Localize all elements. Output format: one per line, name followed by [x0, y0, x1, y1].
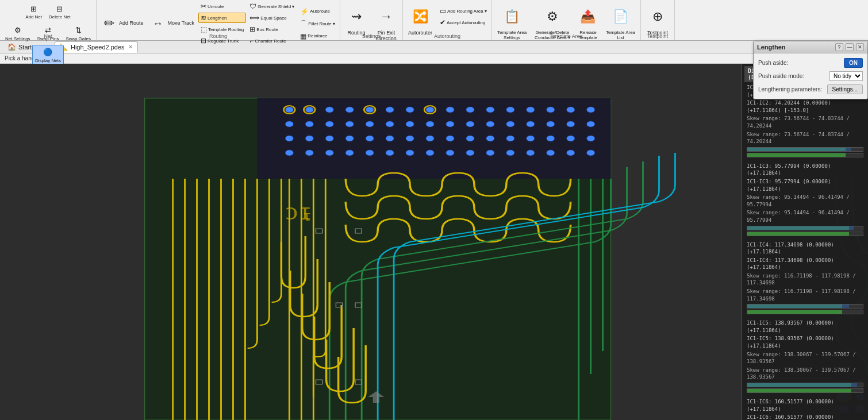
svg-point-41 [406, 136, 414, 141]
push-aside-mode-label: Push aside mode: [758, 73, 826, 79]
svg-point-34 [587, 121, 595, 127]
svg-point-26 [426, 121, 434, 127]
bus-route-label: Bus Route [256, 27, 278, 32]
svg-point-39 [366, 136, 374, 141]
fillet-route-button[interactable]: ⌒ Fillet Route ▾ [298, 18, 337, 30]
template-area-list-icon: 📄 [613, 5, 628, 28]
progress-bar-2a [747, 226, 863, 230]
svg-point-22 [345, 121, 354, 127]
svg-point-60 [466, 150, 474, 156]
routing-big-button[interactable]: ⇝ Routing [343, 3, 370, 38]
svg-point-36 [305, 136, 313, 141]
svg-point-21 [325, 121, 333, 127]
svg-point-5 [325, 107, 333, 113]
svg-point-19 [285, 121, 293, 127]
svg-point-18 [587, 107, 595, 113]
progress-bar-3a [747, 304, 863, 309]
autoroute-button[interactable]: ⚡ Autoroute [298, 6, 337, 17]
add-routing-area-button[interactable]: ▭ Add Routing Area ▾ [437, 6, 489, 16]
pcb-canvas[interactable]: -70 -60 [0, 64, 868, 420]
info-row-3-line1: IC1-IC4: 117.34698 (0.00000) (+17.11864) [744, 241, 866, 256]
equal-space-label: Equal Space [260, 16, 286, 21]
testpoint-group-label: Testpoint [641, 33, 674, 39]
svg-point-14 [506, 107, 514, 113]
testpoint-button[interactable]: ⊕ Testpoint [643, 3, 672, 38]
routing-group-label: Routing [97, 33, 340, 39]
info-row-1-line2: IC1-IC2: 74.20244 (0.00000) (+17.11864) … [744, 99, 866, 114]
svg-point-56 [386, 150, 394, 156]
accept-autorouting-button[interactable]: ✔ Accept Autorouting [437, 17, 489, 28]
delete-net-button[interactable]: ⊟ Delete Net [46, 1, 74, 22]
testpoint-icon: ⊕ [650, 5, 665, 28]
unroute-button[interactable]: ✂ Unroute [198, 1, 246, 11]
svg-point-15 [527, 107, 535, 113]
add-routing-area-icon: ▭ [440, 7, 446, 15]
svg-point-42 [426, 136, 434, 141]
svg-point-53 [325, 150, 333, 156]
lengthen-panel: Lengthen ? — ✕ Push aside: ON Push aside… [753, 41, 868, 99]
svg-point-58 [426, 150, 434, 156]
info-row-4-skew2: Skew range: 138.30067 - 139.57067 / 138.… [744, 366, 866, 382]
push-aside-row: Push aside: ON [758, 58, 863, 68]
svg-point-63 [527, 150, 535, 156]
generate-shield-button[interactable]: 🛡 Generate Shield ▾ [247, 1, 297, 11]
lengthen-help-button[interactable]: ? [835, 43, 843, 51]
svg-point-3 [285, 107, 293, 113]
info-row-3-skew2: Skew range: 116.71198 - 117.98198 / 117.… [744, 287, 866, 303]
svg-point-10 [426, 107, 434, 113]
svg-point-61 [486, 150, 494, 156]
svg-point-25 [406, 121, 414, 127]
svg-point-29 [486, 121, 494, 127]
net-group-label: Net [0, 33, 96, 39]
add-routing-area-label: Add Routing Area ▾ [447, 9, 487, 14]
svg-point-33 [567, 121, 575, 127]
add-net-icon: ⊞ [28, 3, 40, 14]
lengthening-parameters-label: Lengthening parameters: [758, 86, 824, 93]
push-aside-toggle[interactable]: ON [844, 58, 863, 68]
svg-point-9 [406, 107, 414, 113]
move-track-label: Move Track [167, 21, 194, 26]
info-row-5-line1: IC1-IC6: 160.51577 (0.00000) (+17.11864) [744, 398, 866, 413]
svg-point-65 [567, 150, 575, 156]
lengthening-settings-button[interactable]: Settings... [827, 84, 863, 94]
fillet-route-label: Fillet Route ▾ [308, 21, 335, 26]
svg-point-20 [305, 121, 313, 127]
display-nets-button[interactable]: 🔵 Display Nets [32, 45, 64, 65]
fillet-route-icon: ⌒ [300, 19, 307, 29]
bus-route-icon: ⊞ [249, 25, 255, 33]
info-row-4-line1: IC1-IC5: 138.93567 (0.00000) (+17.11864) [744, 319, 866, 334]
svg-point-31 [527, 121, 535, 127]
svg-point-11 [446, 107, 454, 113]
lengthen-button[interactable]: ≋ Lengthen [198, 13, 246, 23]
info-row-4-skew1: Skew range: 138.30067 - 139.57067 / 138.… [744, 350, 866, 366]
info-row-2-line1: IC1-IC3: 95.77994 (0.00000) (+17.11864) [744, 162, 866, 178]
statusbar: Pick a handle. [0, 53, 868, 64]
svg-point-44 [466, 136, 474, 141]
svg-point-55 [366, 150, 374, 156]
svg-point-13 [486, 107, 494, 113]
autorouting-group: 🔀 Autorouter ▭ Add Routing Area ▾ ✔ Acce… [403, 0, 492, 40]
autorouter-button[interactable]: 🔀 Autorouter [405, 3, 435, 38]
info-row-5-line2: IC1-IC6: 160.51577 (0.00000) (+17.11864) [744, 413, 866, 420]
push-aside-mode-select[interactable]: No tidy Tidy [829, 71, 863, 81]
svg-point-32 [547, 121, 555, 127]
template-area-group: 📋 Template AreaSettings ⚙ Generate/Delet… [492, 0, 641, 40]
svg-point-30 [506, 121, 514, 127]
svg-point-43 [446, 136, 454, 141]
push-aside-mode-row: Push aside mode: No tidy Tidy [758, 71, 863, 81]
svg-point-57 [406, 150, 414, 156]
equal-space-button[interactable]: ⟺ Equal Space [247, 13, 297, 23]
svg-point-17 [567, 107, 575, 113]
template-routing-label: Template Routing [208, 27, 244, 32]
add-route-label: Add Route [119, 21, 144, 26]
svg-point-8 [386, 107, 394, 113]
svg-point-37 [325, 136, 333, 141]
autoroute-label: Autoroute [310, 9, 330, 14]
svg-point-6 [345, 107, 354, 113]
lengthen-close-button[interactable]: ✕ [856, 43, 864, 51]
add-net-button[interactable]: ⊞ Add Net [22, 1, 45, 22]
lengthen-minimize-button[interactable]: — [846, 43, 854, 51]
release-template-icon: 📤 [581, 5, 596, 28]
display-nets-label: Display Nets [35, 59, 61, 64]
lengthen-icon: ≋ [201, 14, 206, 22]
